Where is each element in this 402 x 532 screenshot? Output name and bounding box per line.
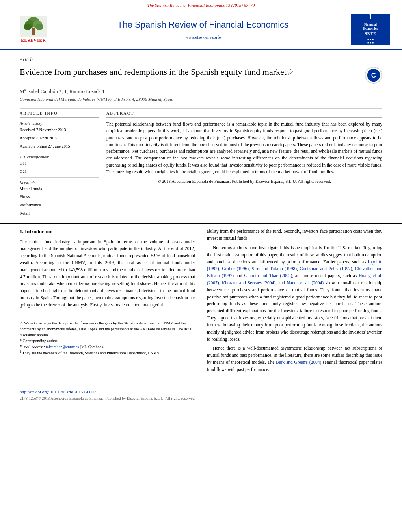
jel-label: JEL classification: (20, 154, 99, 160)
copyright-line: © 2013 Asociación Española de Finanzas. … (106, 178, 382, 184)
right-para-2: Numerous authors have investigated this … (207, 245, 382, 343)
journal-header: ELSEVIER The Spanish Review of Financial… (0, 10, 402, 50)
article-info-panel: ARTICLE INFO Article history: Received 7… (20, 111, 99, 219)
keyword-flows: Flows (20, 194, 99, 200)
available-date: Available online 27 June 2015 (20, 144, 99, 150)
footnote-2: * Corresponding author. (20, 338, 195, 344)
keyword-mutual-funds: Mutual funds (20, 186, 99, 192)
ref-gruber[interactable]: Gruber (1996) (222, 266, 249, 271)
right-column: ability from the performance of the fund… (207, 228, 382, 375)
authors: Mª Isabel Cambón *, 1, Ramiro Losada 1 (20, 88, 382, 95)
elsevier-tree-image (20, 16, 47, 37)
journal-logo-title: FinancialEconomicsSRFE (363, 23, 378, 36)
keyword-performance: Performance (20, 202, 99, 208)
ref-nanda[interactable]: Nanda et al. (2004) (287, 280, 324, 285)
email-link[interactable]: micambon@cnmv.es (46, 345, 79, 349)
article-history-title: ARTICLE INFO (20, 111, 99, 118)
elsevier-label: ELSEVIER (21, 37, 46, 43)
abstract-text: The potential relationship between fund … (106, 121, 382, 175)
article-meta-section: Article Evidence from purchases and rede… (0, 50, 402, 106)
right-col-text: ability from the performance of the fund… (207, 228, 382, 373)
right-para-1: ability from the performance of the fund… (207, 228, 382, 242)
journal-logo-right: 1 FinancialEconomicsSRFE ■ ■ ■■ ■ ■■ ■ ■ (351, 14, 390, 45)
ref-sirri[interactable]: Sirri and Tufano (1998) (252, 266, 297, 271)
right-para-3: Hence there is a well-documented asymmet… (207, 345, 382, 373)
accepted-date: Accepted 8 April 2015 (20, 135, 99, 141)
footer-doi[interactable]: http://dx.doi.org/10.1016/j.srfe.2015.04… (20, 389, 382, 395)
ref-khorana[interactable]: Khorana and Servaes (2004) (222, 280, 275, 285)
journal-url[interactable]: www.elsevier.es/srfe (63, 34, 343, 40)
affiliation: Comisión Nacional del Mercado de Valores… (20, 96, 382, 102)
crossmark-badge[interactable]: C (365, 67, 382, 84)
footnote-email: E-mail address: micambon@cnmv.es (MJ. Ca… (20, 344, 195, 350)
two-col-layout: 1. Introduction The mutual fund industry… (20, 228, 382, 375)
jel-g11: G11 (20, 161, 99, 167)
ref-guercio[interactable]: Guercio and Tkac (2002) (244, 273, 292, 278)
ref-berk-green[interactable]: Berk and Green's (2004) (276, 360, 321, 365)
main-content: 1. Introduction The mutual fund industry… (0, 223, 402, 379)
left-para-1: The mutual fund industry is important in… (20, 239, 195, 309)
abstract-panel: ABSTRACT The potential relationship betw… (106, 111, 382, 219)
keywords-label: Keywords: (20, 180, 99, 185)
info-abstract-section: ARTICLE INFO Article history: Received 7… (0, 111, 402, 219)
svg-rect-4 (32, 28, 35, 35)
svg-text:C: C (371, 71, 376, 79)
keyword-retail: Retail (20, 211, 99, 217)
left-col-text: The mutual fund industry is important in… (20, 239, 195, 309)
journal-logo-details: ■ ■ ■■ ■ ■■ ■ ■ (367, 38, 374, 48)
article-type: Article (20, 56, 382, 63)
journal-logo-number: 1 (368, 11, 373, 23)
article-title: Evidence from purchases and redemptions … (20, 67, 357, 78)
svg-point-6 (35, 24, 43, 30)
abstract-title: ABSTRACT (106, 111, 382, 118)
ref-goetzman[interactable]: Goetzman and Peles (1997) (300, 266, 352, 271)
footer-issn: 2173-1268/© 2013 Asociación Española de … (20, 396, 382, 401)
journal-title-block: The Spanish Review of Financial Economic… (55, 19, 351, 40)
elsevier-logo: ELSEVIER (12, 14, 55, 45)
article-title-row: Evidence from purchases and redemptions … (20, 67, 382, 84)
footnote-3: 1 They are the members of the Research, … (20, 350, 195, 356)
section1-heading: 1. Introduction (20, 228, 195, 235)
footnote-1: ☆ We acknowledge the data provided from … (20, 320, 195, 338)
and-text: and (236, 273, 242, 278)
received-date: Received 7 November 2013 (20, 127, 99, 133)
footnote-section: ☆ We acknowledge the data provided from … (20, 317, 195, 356)
journal-title: The Spanish Review of Financial Economic… (63, 19, 343, 31)
history-label: Article history: (20, 121, 99, 126)
jel-g23: G23 (20, 169, 99, 175)
journal-citation: The Spanish Review of Financial Economic… (0, 0, 402, 10)
footer-bar: http://dx.doi.org/10.1016/j.srfe.2015.04… (0, 386, 402, 403)
svg-point-5 (24, 24, 32, 30)
left-column: 1. Introduction The mutual fund industry… (20, 228, 195, 375)
